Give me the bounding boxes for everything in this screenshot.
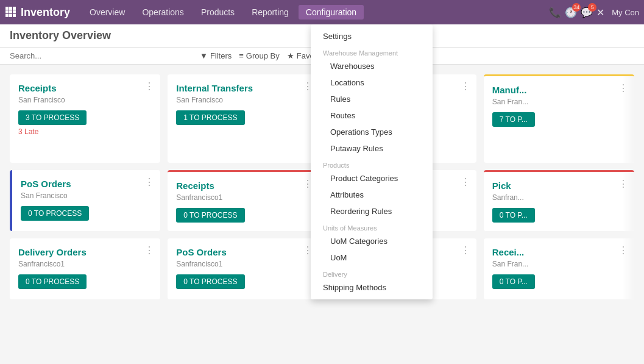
nav-operations[interactable]: Operations	[135, 5, 191, 20]
dropdown-uom[interactable]: UoM	[311, 249, 433, 266]
svg-rect-8	[13, 14, 16, 17]
dropdown-operations-types[interactable]: Operations Types	[311, 124, 433, 140]
dropdown-putaway-rules[interactable]: Putaway Rules	[311, 140, 433, 157]
app-brand: Inventory	[21, 6, 70, 19]
clock-icon[interactable]: 🕐34	[565, 7, 577, 18]
nav-reporting[interactable]: Reporting	[244, 5, 296, 20]
top-navigation: Inventory Overview Operations Products R…	[0, 0, 644, 24]
grid-icon[interactable]	[5, 6, 16, 19]
nav-configuration[interactable]: Configuration	[299, 5, 364, 20]
configuration-dropdown: Settings Warehouse Management Warehouses…	[311, 24, 433, 299]
svg-rect-5	[13, 10, 16, 13]
dropdown-warehouses[interactable]: Warehouses	[311, 58, 433, 74]
svg-rect-7	[9, 14, 12, 17]
svg-rect-2	[13, 7, 16, 10]
dropdown-routes[interactable]: Routes	[311, 107, 433, 124]
nav-overview[interactable]: Overview	[82, 5, 132, 20]
phone-icon[interactable]: 📞	[549, 7, 561, 18]
dropdown-locations[interactable]: Locations	[311, 74, 433, 91]
dropdown-reordering-rules[interactable]: Reordering Rules	[311, 203, 433, 219]
svg-rect-3	[5, 10, 9, 13]
svg-rect-6	[5, 14, 9, 17]
svg-rect-0	[5, 7, 9, 10]
dropdown-section-delivery: Delivery	[311, 266, 433, 279]
clock-badge: 34	[572, 3, 581, 12]
close-icon[interactable]: ✕	[596, 7, 604, 18]
svg-rect-4	[9, 10, 12, 13]
dropdown-attributes[interactable]: Attributes	[311, 187, 433, 203]
dropdown-rules[interactable]: Rules	[311, 91, 433, 107]
topnav-right: 📞 🕐34 💬5 ✕ My Con	[549, 7, 639, 18]
dropdown-settings[interactable]: Settings	[311, 28, 433, 45]
my-con-label[interactable]: My Con	[612, 8, 639, 17]
chat-icon[interactable]: 💬5	[581, 7, 593, 18]
dropdown-uom-categories[interactable]: UoM Categories	[311, 233, 433, 249]
dropdown-section-wm: Warehouse Management	[311, 45, 433, 58]
dropdown-product-categories[interactable]: Product Categories	[311, 170, 433, 187]
dropdown-section-uom: Units of Measures	[311, 219, 433, 233]
svg-rect-1	[9, 7, 12, 10]
nav-links: Overview Operations Products Reporting C…	[82, 5, 364, 20]
nav-products[interactable]: Products	[194, 5, 242, 20]
chat-badge: 5	[588, 3, 596, 12]
dropdown-shipping-methods[interactable]: Shipping Methods	[311, 279, 433, 296]
dropdown-section-products: Products	[311, 157, 433, 170]
